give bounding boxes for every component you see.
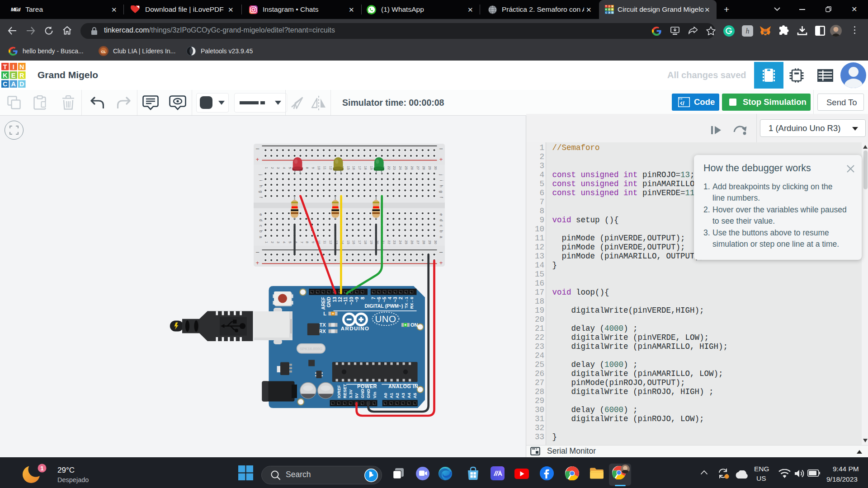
svg-text:9: 9 xyxy=(311,167,315,169)
svg-text:23: 23 xyxy=(392,166,396,169)
svg-text:~3: ~3 xyxy=(392,297,398,302)
svg-text:2: 2 xyxy=(398,297,403,300)
svg-text:TX: TX xyxy=(319,322,326,328)
svg-text:25: 25 xyxy=(404,240,408,244)
svg-text:A4: A4 xyxy=(406,393,411,399)
svg-text:12: 12 xyxy=(329,166,333,169)
svg-text:4: 4 xyxy=(387,297,392,300)
svg-text:A1: A1 xyxy=(389,393,394,399)
svg-text:~6: ~6 xyxy=(376,297,382,302)
svg-text:4: 4 xyxy=(282,167,286,169)
svg-text:+: + xyxy=(256,156,259,163)
svg-text:j: j xyxy=(439,174,443,175)
svg-text:A0: A0 xyxy=(383,393,388,398)
svg-text:2: 2 xyxy=(270,167,274,169)
svg-text:18: 18 xyxy=(363,240,368,244)
svg-text:UNO: UNO xyxy=(375,314,396,324)
svg-text:D: D xyxy=(19,80,24,88)
svg-text:D: D xyxy=(612,11,613,14)
svg-text:E: E xyxy=(11,72,16,79)
svg-text:SPK16.000G: SPK16.000G xyxy=(300,347,322,351)
svg-text:19: 19 xyxy=(369,166,373,169)
svg-text:+: + xyxy=(439,259,443,266)
svg-text:1: 1 xyxy=(40,465,44,472)
svg-text:17: 17 xyxy=(358,166,362,169)
svg-text:24: 24 xyxy=(398,166,402,169)
svg-text:T: T xyxy=(3,63,7,70)
svg-text:i: i xyxy=(439,180,443,181)
svg-text:IOREF: IOREF xyxy=(336,385,341,398)
svg-text:29: 29 xyxy=(428,240,432,244)
svg-text:30: 30 xyxy=(434,240,438,244)
svg-text:L: L xyxy=(323,311,326,316)
svg-text:g: g xyxy=(439,191,443,193)
svg-text:28: 28 xyxy=(422,166,426,169)
svg-text:h: h xyxy=(746,27,750,35)
svg-text:–: – xyxy=(439,249,443,255)
svg-text:5V: 5V xyxy=(354,393,359,398)
svg-text:7: 7 xyxy=(371,297,376,300)
svg-text:–: – xyxy=(439,145,443,152)
svg-text:26: 26 xyxy=(410,240,414,244)
svg-text:11: 11 xyxy=(323,240,327,244)
svg-text:C: C xyxy=(3,80,8,88)
svg-text:+: + xyxy=(256,259,259,266)
svg-text:–: – xyxy=(256,145,259,152)
svg-text:27: 27 xyxy=(416,166,420,169)
svg-text:A: A xyxy=(609,11,610,14)
svg-text:N: N xyxy=(19,63,24,70)
svg-text:R: R xyxy=(612,8,613,11)
svg-text:–: – xyxy=(256,249,259,255)
svg-text:A: A xyxy=(11,80,16,88)
svg-text:8: 8 xyxy=(305,167,309,169)
svg-text:b: b xyxy=(439,230,443,233)
svg-text:16: 16 xyxy=(352,240,356,244)
svg-text:K: K xyxy=(605,8,607,11)
svg-text:18: 18 xyxy=(363,166,368,169)
svg-text:A3: A3 xyxy=(401,393,406,398)
svg-text:17: 17 xyxy=(358,240,362,244)
svg-text:c: c xyxy=(439,225,443,227)
svg-text:5: 5 xyxy=(288,167,292,169)
svg-text:3: 3 xyxy=(276,167,280,169)
svg-text:AREF: AREF xyxy=(321,296,326,310)
svg-text:12: 12 xyxy=(337,297,343,302)
svg-text:c: c xyxy=(259,225,263,227)
svg-text:e: e xyxy=(439,214,443,216)
svg-text:ON: ON xyxy=(410,322,418,328)
svg-text:a: a xyxy=(259,236,263,238)
svg-text:Vin: Vin xyxy=(372,392,377,399)
svg-text:A2: A2 xyxy=(395,393,400,398)
svg-text:RESET: RESET xyxy=(342,384,347,399)
svg-text:R: R xyxy=(19,72,24,79)
svg-text:GND: GND xyxy=(326,297,331,308)
svg-text:2: 2 xyxy=(270,241,274,243)
svg-text:RX: RX xyxy=(319,328,326,334)
svg-text:22: 22 xyxy=(387,166,391,169)
svg-text:19: 19 xyxy=(369,240,373,244)
svg-text:11: 11 xyxy=(323,166,327,170)
svg-text:16: 16 xyxy=(352,166,356,169)
svg-text:j: j xyxy=(259,174,263,175)
svg-text:25: 25 xyxy=(404,166,408,169)
svg-text:~5: ~5 xyxy=(382,297,387,302)
svg-text:23: 23 xyxy=(392,240,396,244)
svg-text:CL: CL xyxy=(101,50,106,54)
svg-text:~11: ~11 xyxy=(343,297,348,305)
svg-text:N: N xyxy=(612,5,613,8)
svg-text:29: 29 xyxy=(428,166,432,169)
svg-text:8: 8 xyxy=(305,241,309,243)
svg-text:g: g xyxy=(259,191,263,193)
svg-text:I: I xyxy=(13,63,14,70)
svg-text:28: 28 xyxy=(422,240,426,244)
svg-text:30: 30 xyxy=(434,166,438,169)
svg-text:9: 9 xyxy=(311,241,315,243)
svg-text:3.3V: 3.3V xyxy=(348,389,353,398)
svg-text:d: d xyxy=(259,219,263,221)
svg-text:8: 8 xyxy=(360,297,365,300)
svg-text:e: e xyxy=(259,214,263,216)
svg-text:a: a xyxy=(439,236,443,238)
svg-text:~10: ~10 xyxy=(349,297,354,305)
svg-text:A5: A5 xyxy=(412,393,417,399)
svg-text:7: 7 xyxy=(300,241,304,243)
